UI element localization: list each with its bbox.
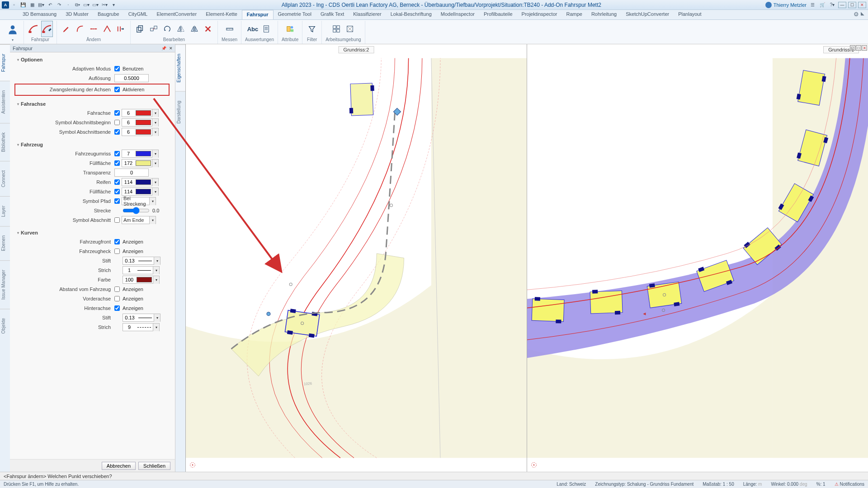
rotation-origin-icon[interactable] [189,461,197,469]
text-label-icon[interactable]: Abc [247,21,259,37]
maximize-button[interactable]: ☐ [848,2,856,8]
tab-geometrie-tool[interactable]: Geometrie Tool [274,10,316,19]
cart-icon[interactable]: 🛒 [818,1,826,9]
stift-combo[interactable]: ▾ [123,257,160,265]
sidebar-tab-connect[interactable]: Connect [0,161,10,196]
pin-icon[interactable]: 📌 [160,45,167,52]
fahrachse-num[interactable] [122,110,135,116]
tab-klassifizierer[interactable]: Klassifizierer [349,10,386,19]
gear-icon[interactable]: ⚙ [854,11,859,18]
qat-more-icon[interactable]: ▾ [109,1,118,9]
abbrechen-button[interactable]: Abbrechen [102,462,136,470]
view-restore-icon[interactable]: ◱ [850,45,855,51]
view-label-left[interactable]: Grundriss:2 [339,46,374,53]
front-checkbox[interactable] [114,239,120,244]
tab-rohrleitung[interactable]: Rohrleitung [587,10,621,19]
reifen-checkbox[interactable] [114,179,120,185]
tab-profilbauteile[interactable]: Profilbauteile [479,10,517,19]
close-window-button[interactable]: ✕ [858,2,866,8]
sidebar-tab-objekte[interactable]: Objekte [0,309,10,343]
strich-val[interactable] [123,267,136,273]
strich2-val[interactable] [123,324,136,330]
qat-layers-icon[interactable]: ▭▾ [91,1,99,9]
qat-redo-icon[interactable]: ↷ [55,1,63,9]
abschnitt-combo[interactable]: Am Ende▾ [122,216,156,224]
sidebar-tab-ebenen[interactable]: Ebenen [0,226,10,260]
symb-beg-checkbox[interactable] [114,120,120,125]
fuell-num[interactable] [122,160,135,166]
tab-citygml[interactable]: CityGML [124,10,152,19]
mass-value[interactable]: 1 : 50 [723,482,734,487]
hinterachse-checkbox[interactable] [114,305,120,311]
tab-grafik-text[interactable]: Grafik Text [316,10,349,19]
sidebar-tab-fahrspur[interactable]: Fahrspur [0,44,10,81]
tab-lokal-beschriftung[interactable]: Lokal-Beschriftung [386,10,436,19]
fuell-checkbox[interactable] [114,160,120,166]
edit-verbinden-icon[interactable] [101,21,113,37]
fuell-combo[interactable]: ▾ [122,159,159,167]
transp-input[interactable] [114,169,149,177]
fahrspur-new-icon[interactable] [28,21,39,37]
stift2-val[interactable] [123,315,137,320]
symb-end-num[interactable] [122,129,135,135]
sidebar-tab-eigenschaften[interactable]: Eigenschaften [175,44,185,91]
qat-save-icon[interactable]: 💾 [19,1,27,9]
workspace-icon[interactable] [330,21,342,37]
notifications-label[interactable]: Notifications [840,482,864,487]
fahrachse-checkbox[interactable] [114,110,120,116]
fahrspur-edit-icon[interactable] [41,21,53,37]
tab-element-kette[interactable]: Element-Kette [201,10,242,19]
schliessen-button[interactable]: Schließen [138,462,170,470]
qat-export-icon[interactable]: ▤▾ [37,1,45,9]
qat-new-icon[interactable]: ▫ [10,1,18,9]
edit-pencil-icon[interactable] [61,21,72,37]
edit-arc-icon[interactable] [74,21,86,37]
view-grundriss-1[interactable]: Grundriss:1 ◱ □ ✕ [527,44,868,472]
list-icon[interactable]: ☰ [808,1,816,9]
fahrachse-combo[interactable]: ▾ [122,109,159,117]
zwangslenkung-checkbox[interactable] [114,87,120,92]
sidebar-tab-bibliothek[interactable]: Bibliothek [0,123,10,161]
sidebar-tab-layer[interactable]: Layer [0,196,10,226]
reifen-num[interactable] [122,179,135,185]
qat-copy-icon[interactable]: ⧉▾ [73,1,81,9]
rotation-origin-icon-right[interactable] [530,461,538,469]
umriss-checkbox[interactable] [114,151,120,156]
abstand-checkbox[interactable] [114,286,120,292]
qat-tools-icon[interactable]: ✂▾ [100,1,108,9]
qat-grid-icon[interactable]: ▦ [28,1,36,9]
section-kurven[interactable]: Kurven [17,228,170,237]
tab-elementconverter[interactable]: ElementConverter [152,10,201,19]
tab-projektinspector[interactable]: Projektinspector [517,10,562,19]
report-icon[interactable] [260,21,272,37]
qat-undo-icon[interactable]: ↶ [46,1,54,9]
tab-fahrspur[interactable]: Fahrspur [242,10,274,19]
sidebar-tab-darstellung[interactable]: Darstellung [175,91,185,133]
section-optionen[interactable]: Optionen [17,55,170,64]
tab-modelinspector[interactable]: ModelInspector [436,10,479,19]
rotate-icon[interactable] [161,21,173,37]
fuell2-checkbox[interactable] [114,189,120,194]
tab-3d-muster[interactable]: 3D Muster [61,10,93,19]
command-line[interactable]: <Fahrspur ändern> Welchen Punkt verschie… [0,472,868,480]
adaptiven-modus-checkbox[interactable] [114,66,120,71]
tab-planlayout[interactable]: Planlayout [674,10,706,19]
mirror-copy-icon[interactable] [189,21,200,37]
sidebar-tab-assistenten[interactable]: Assistenten [0,81,10,123]
strich2-combo[interactable]: ▾ [123,323,160,331]
panel-body[interactable]: Optionen Adaptiven Modus Benutzen Auflös… [10,52,175,459]
reifen-combo[interactable]: ▾ [122,178,159,186]
mirror-icon[interactable] [175,21,187,37]
sidebar-tab-issue-manager[interactable]: Issue Manager [0,260,10,309]
fuell2-num[interactable] [122,189,135,194]
section-fahrachse[interactable]: Fahrachse [17,99,170,108]
view-close-icon[interactable]: ✕ [862,45,867,51]
aufloesung-input[interactable] [114,74,149,82]
bell-icon[interactable]: ⚠ [835,482,839,487]
symb-end-combo[interactable]: ▾ [122,128,159,136]
copy-icon[interactable] [134,21,146,37]
umriss-combo[interactable]: ▾ [122,150,159,158]
tab-rampe[interactable]: Rampe [561,10,586,19]
view-max-icon[interactable]: □ [856,45,861,51]
collapse-ribbon-icon[interactable]: ◣ [861,11,864,18]
